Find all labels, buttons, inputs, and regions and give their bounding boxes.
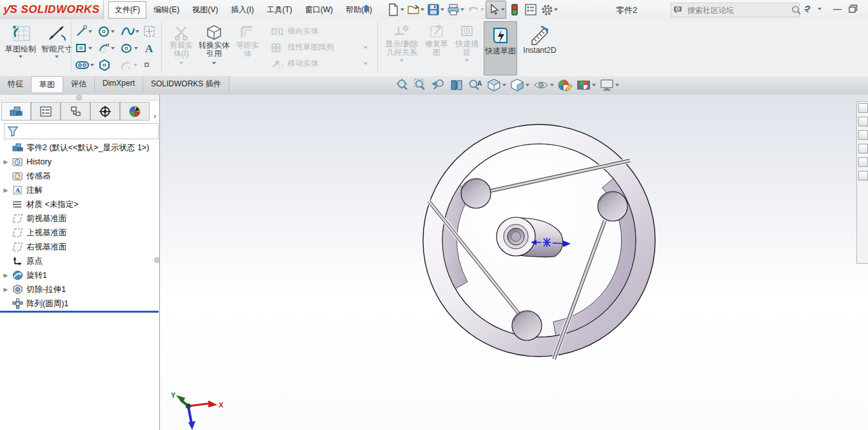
tree-item-right-plane[interactable]: 右视基准面 — [0, 240, 159, 254]
task-pane-custom-properties-icon[interactable] — [858, 171, 868, 181]
ellipse-tool[interactable] — [120, 41, 141, 55]
instant2d-button[interactable]: Instant2D — [520, 21, 560, 74]
print-button[interactable] — [446, 1, 465, 18]
tree-item-front-plane[interactable]: 前视基准面 — [0, 211, 159, 226]
part-hole-bottom[interactable] — [512, 311, 542, 340]
open-button[interactable] — [406, 1, 425, 18]
mirror-entities-button[interactable]: 镜向实体 — [271, 26, 368, 37]
view-orientation-icon[interactable] — [486, 77, 507, 93]
hide-show-items-icon[interactable] — [532, 78, 555, 92]
menu-edit[interactable]: 编辑(E) — [148, 2, 185, 18]
tree-filter-box[interactable] — [4, 123, 159, 139]
quick-snaps-button[interactable]: 快速捕捉 — [453, 24, 481, 62]
restore-button[interactable] — [849, 5, 858, 13]
annotation-view-icon[interactable]: A — [467, 77, 484, 93]
fillet-tool[interactable] — [120, 59, 141, 72]
performance-button[interactable] — [507, 1, 522, 18]
rapid-sketch-button[interactable]: 快速草图 — [484, 21, 517, 75]
task-pane-view-palette-icon[interactable] — [858, 144, 868, 153]
search-input[interactable] — [686, 5, 789, 15]
display-style-icon[interactable] — [509, 77, 530, 93]
task-pane-appearances-icon[interactable] — [858, 157, 868, 167]
tab-featuremanager-tree[interactable] — [1, 102, 31, 121]
fm-tabs-expand-chevron[interactable]: › — [153, 111, 156, 121]
zoom-area-icon[interactable] — [412, 77, 428, 93]
tree-item-sensors[interactable]: 传感器 — [0, 169, 159, 183]
tree-item-circular-pattern1[interactable]: 阵列(圆周)1 — [0, 297, 159, 311]
tree-item-revolve1[interactable]: ▶ 旋转1 — [0, 268, 159, 282]
tree-item-material[interactable]: 材质 <未指定> — [0, 197, 159, 211]
tab-display-manager[interactable] — [120, 102, 150, 121]
edit-appearance-icon[interactable] — [557, 77, 573, 93]
help-button[interactable]: ? — [805, 3, 811, 14]
panel-top-splitter[interactable] — [0, 95, 159, 101]
tab-sketch[interactable]: 草图 — [32, 76, 63, 92]
tab-solidworks-addins[interactable]: SOLIDWORKS 插件 — [143, 76, 230, 92]
tab-dimxpert[interactable]: DimXpert — [95, 76, 143, 92]
model-view-part[interactable]: X Y — [159, 95, 868, 430]
move-entities-button[interactable]: 移动实体 — [271, 58, 368, 69]
menu-help[interactable]: 帮助(H) — [340, 2, 378, 18]
tree-item-cut-extrude1[interactable]: ▶ 切除-拉伸1 — [0, 282, 159, 297]
task-pane-strip[interactable] — [856, 101, 868, 264]
trim-entities-button[interactable]: 剪裁实体(I) — [166, 24, 196, 64]
linear-pattern-button[interactable]: 线性草图阵列 — [271, 42, 368, 53]
slot-tool[interactable] — [75, 59, 96, 71]
display-delete-relations-button[interactable]: 显示/删除几何关系 — [383, 24, 420, 62]
part-hole-right[interactable] — [598, 191, 627, 221]
rectangle-tool[interactable] — [75, 41, 96, 55]
menu-view[interactable]: 视图(V) — [186, 2, 224, 18]
convert-entities-button[interactable]: 转换实体引用 — [197, 24, 231, 64]
smart-dimension-button[interactable]: 智能尺寸 — [39, 21, 75, 74]
rollback-bar[interactable] — [0, 311, 159, 313]
splitter-handle-dot[interactable] — [76, 95, 82, 101]
undo-button[interactable] — [466, 1, 485, 18]
search-icon[interactable] — [791, 5, 802, 15]
circle-tool[interactable] — [97, 24, 119, 38]
repair-sketch-button[interactable]: 修复草图 — [422, 24, 451, 57]
previous-view-icon[interactable] — [429, 77, 446, 93]
select-tool-button[interactable] — [486, 1, 506, 19]
settings-button[interactable] — [539, 1, 558, 18]
task-pane-resources-icon[interactable] — [858, 103, 868, 113]
minimize-button[interactable]: — — [833, 4, 842, 14]
smart-dimension-caret[interactable] — [55, 55, 59, 58]
tab-dimxpert-manager[interactable] — [90, 102, 120, 121]
panel-splitter-handle[interactable] — [154, 257, 160, 263]
menu-tools[interactable]: 工具(T) — [261, 2, 298, 18]
spline-tool[interactable] — [120, 24, 141, 38]
tab-property-manager[interactable] — [31, 102, 61, 121]
menu-file[interactable]: 文件(F) — [108, 1, 146, 19]
task-pane-design-library-icon[interactable] — [858, 117, 868, 126]
menu-window[interactable]: 窗口(W) — [299, 2, 339, 18]
menu-insert[interactable]: 插入(I) — [225, 2, 259, 18]
tab-features[interactable]: 特征 — [0, 76, 32, 92]
graphics-viewport[interactable]: X Y — [159, 95, 868, 430]
tree-item-annotations[interactable]: ▶ A 注解 — [0, 183, 159, 197]
save-button[interactable] — [426, 1, 445, 18]
expand-arrow-icon[interactable]: ▶ — [3, 187, 9, 193]
expand-arrow-icon[interactable]: ▶ — [3, 286, 9, 293]
tree-item-history[interactable]: ▶ History — [0, 155, 159, 169]
tab-evaluate[interactable]: 评估 — [63, 76, 95, 92]
tab-configuration-manager[interactable] — [61, 102, 90, 121]
sketch-button[interactable]: 草图绘制 — [3, 21, 39, 74]
tree-filter-input[interactable] — [21, 126, 158, 137]
apply-scene-icon[interactable] — [575, 77, 597, 93]
polygon-tool[interactable] — [97, 59, 119, 72]
tree-item-root[interactable]: 零件2 (默认<<默认>_显示状态 1>) — [0, 141, 159, 155]
zoom-fit-icon[interactable] — [395, 77, 410, 93]
section-view-icon[interactable] — [448, 77, 465, 93]
view-settings-icon[interactable] — [598, 77, 620, 93]
community-search[interactable] — [671, 3, 800, 17]
task-pane-file-explorer-icon[interactable] — [858, 130, 868, 140]
offset-entities-button[interactable]: 等距实体 — [233, 24, 262, 58]
options-list-button[interactable] — [523, 1, 538, 18]
expand-arrow-icon[interactable]: ▶ — [3, 272, 9, 279]
new-document-button[interactable] — [386, 1, 405, 18]
expand-arrow-icon[interactable]: ▶ — [3, 159, 9, 165]
tree-item-origin[interactable]: 原点 — [0, 254, 159, 268]
menu-pin-icon[interactable] — [361, 3, 371, 15]
tree-item-top-plane[interactable]: 上视基准面 — [0, 226, 159, 240]
part-hole-top-left[interactable] — [461, 179, 491, 208]
